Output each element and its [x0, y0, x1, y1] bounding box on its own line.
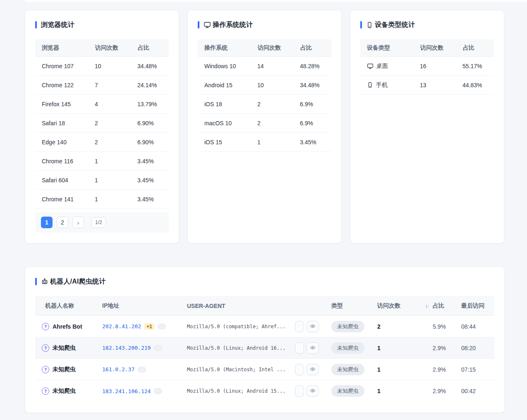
sort-icon[interactable]: ↓↑	[425, 303, 429, 308]
type-badge: 未知爬虫	[331, 364, 364, 375]
copy-button[interactable]	[295, 342, 304, 354]
ip-cell: 161.0.2.37	[102, 366, 187, 372]
browser-table-header: 浏览器 访问次数 占比	[35, 39, 169, 57]
os-name: macOS 10	[198, 120, 257, 126]
visit-count: 1	[377, 345, 433, 351]
user-agent-cell: Mozilla/5.0 (Linux; Android 15...	[187, 385, 331, 397]
copy-button[interactable]	[295, 364, 304, 375]
user-agent-text: Mozilla/5.0 (Macintosh; Intel ...	[187, 367, 285, 372]
bot-name: 未知爬虫	[53, 366, 76, 373]
table-row: 手机 13 44.83%	[360, 76, 494, 95]
type-cell: 未知爬虫	[331, 364, 377, 375]
percentage: 5.9%	[433, 323, 461, 330]
view-button[interactable]	[307, 342, 319, 354]
percentage: 44.83%	[462, 82, 495, 88]
device-name: 桌面	[376, 62, 388, 70]
ip-cell: 183.241.106.124	[102, 388, 187, 394]
visit-count: 1	[95, 158, 137, 165]
phone-icon	[367, 82, 373, 88]
page-button-2[interactable]: 2	[57, 217, 68, 228]
os-name: iOS 18	[198, 101, 257, 107]
ip-cell: 182.143.200.219	[102, 345, 187, 351]
os-name: iOS 15	[198, 139, 257, 146]
eye-icon	[310, 388, 316, 394]
col-visits-sortable: 访问次数 ↓↑	[377, 302, 433, 310]
ip-link[interactable]: 202.8.41.202	[102, 323, 141, 329]
table-row: ? 未知爬虫 183.241.106.124 Mozilla/5.0 (Linu…	[35, 380, 494, 402]
table-row: Chrome 122724.14%	[35, 76, 169, 95]
browser-table: 浏览器 访问次数 占比 Chrome 1071034.48% Chrome 12…	[35, 39, 169, 233]
title-accent-bar	[35, 278, 37, 285]
percentage: 48.28%	[300, 63, 332, 69]
os-name: Android 15	[198, 82, 257, 88]
title-accent-bar	[35, 21, 37, 29]
percentage: 3.45%	[300, 139, 332, 146]
visit-count: 10	[257, 82, 300, 88]
title-accent-bar	[198, 21, 199, 29]
view-button[interactable]	[307, 364, 319, 375]
visit-count: 2	[377, 323, 433, 330]
type-cell: 未知爬虫	[331, 321, 377, 332]
table-row: iOS 1513.45%	[198, 133, 331, 152]
col-pct: 占比	[462, 39, 495, 56]
user-agent-text: Mozilla/5.0 (compatible; Ahref...	[187, 324, 285, 329]
ua-actions	[295, 342, 319, 354]
bot-name: 未知爬虫	[53, 387, 76, 395]
col-visits: 访问次数	[95, 39, 137, 56]
view-button[interactable]	[307, 385, 319, 397]
table-row: Edge 14026.90%	[35, 133, 169, 152]
bot-name-cell: ? 未知爬虫	[35, 387, 102, 395]
page-button-1[interactable]: 1	[41, 217, 53, 228]
eye-icon	[310, 323, 316, 330]
view-button[interactable]	[307, 321, 319, 332]
visit-count: 2	[95, 139, 137, 146]
device-card-header: 设备类型统计	[360, 20, 494, 29]
visit-count: 1	[95, 177, 137, 184]
col-browser: 浏览器	[35, 39, 95, 56]
browser-name: Chrome 107	[35, 63, 95, 69]
percentage: 6.9%	[300, 120, 332, 126]
percentage: 2.9%	[433, 345, 461, 351]
table-row: iOS 1826.9%	[198, 95, 331, 114]
percentage: 55.17%	[462, 63, 495, 69]
col-pct: 占比	[433, 302, 461, 310]
ip-link[interactable]: 183.241.106.124	[102, 388, 151, 394]
col-last-visit: 最后访问	[461, 302, 495, 310]
clipped-card-above	[25, 0, 527, 2]
percentage: 34.48%	[137, 63, 170, 69]
device-stats-card: 设备类型统计 设备类型 访问次数 占比 桌面 16 55.17% 手机	[350, 10, 504, 243]
visit-count: 2	[257, 120, 300, 126]
percentage: 3.45%	[137, 177, 170, 184]
percentage: 2.9%	[433, 388, 461, 394]
percentage: 6.90%	[137, 120, 170, 126]
visit-count: 7	[95, 82, 137, 88]
browser-card-title: 浏览器统计	[41, 21, 74, 29]
user-agent-cell: Mozilla/5.0 (compatible; Ahref...	[187, 321, 331, 332]
copy-button[interactable]	[295, 321, 304, 332]
ip-link[interactable]: 161.0.2.37	[102, 366, 134, 372]
browser-name: Chrome 122	[35, 82, 95, 88]
eye-icon	[310, 345, 316, 351]
bot-stats-card: 机器人/AI爬虫统计 机器人名称 IP地址 USER-AGENT 类型 访问次数…	[25, 267, 505, 413]
copy-button[interactable]	[295, 385, 304, 397]
device-name-cell: 桌面	[360, 62, 420, 70]
table-row: ? 未知爬虫 161.0.2.37 Mozilla/5.0 (Macintosh…	[35, 359, 494, 380]
next-page-button[interactable]: ›	[72, 217, 84, 228]
ua-actions	[295, 321, 319, 332]
bot-name-cell: ? Ahrefs Bot	[35, 323, 102, 330]
col-visits-label: 访问次数	[377, 302, 400, 310]
visit-count: 10	[95, 63, 137, 69]
flag-placeholder	[154, 388, 162, 394]
visit-count: 1	[95, 196, 137, 203]
ip-link[interactable]: 182.143.200.219	[102, 345, 151, 351]
question-icon: ?	[42, 344, 49, 352]
browser-name: Safari 18	[35, 120, 95, 126]
device-table-header: 设备类型 访问次数 占比	[360, 39, 494, 57]
os-card-title: 操作系统统计	[204, 21, 253, 29]
percentage: 3.45%	[137, 196, 170, 203]
visit-count: 1	[377, 366, 433, 373]
visit-count: 13	[420, 82, 462, 88]
os-card-header: 操作系统统计	[198, 20, 331, 29]
last-visit-time: 08:44	[461, 323, 495, 330]
type-cell: 未知爬虫	[331, 385, 377, 397]
